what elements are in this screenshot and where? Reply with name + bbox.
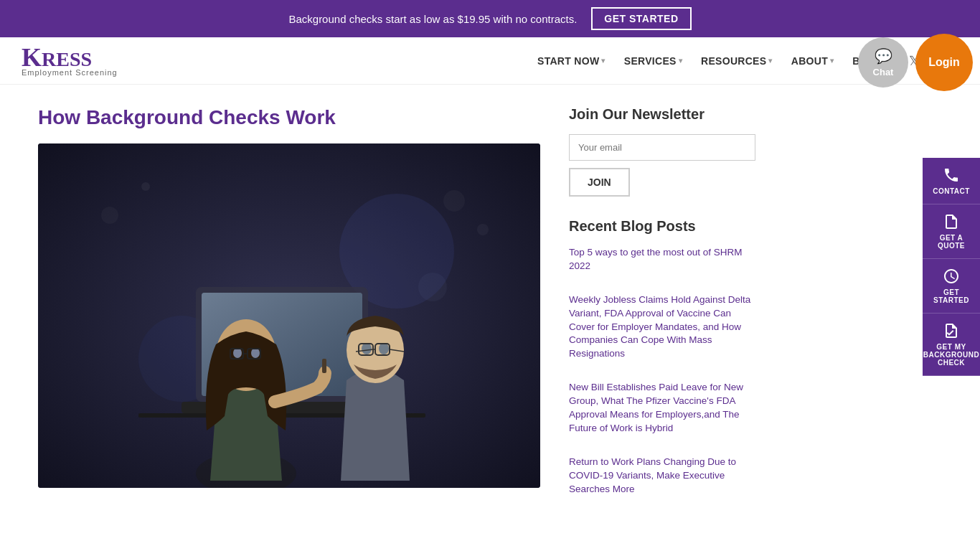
svg-point-27 [477,224,489,235]
logo-sub: Employment Screening [22,68,118,77]
blog-post-link-3[interactable]: Return to Work Plans Changing Due to COV… [569,456,755,496]
nav-item-start-now[interactable]: START NOW ▾ [530,50,613,72]
blog-posts-heading: Recent Blog Posts [569,218,755,235]
header-actions: 💬 Chat Login [858,34,973,91]
banner-text: Background checks start as low as $19.95… [288,13,577,25]
banner-cta-button[interactable]: GET STARTED [591,7,691,30]
get-background-check-sidebar-button[interactable]: GET MY BACKGROUND CHECK [923,314,980,376]
top-banner: Background checks start as low as $19.95… [0,0,980,37]
chevron-down-icon: ▾ [601,57,605,65]
get-started-sidebar-button[interactable]: GET STARTED [923,259,980,314]
article-title: How Background Checks Work [38,106,540,129]
login-button[interactable]: Login [915,34,973,91]
article-image [38,143,540,488]
contact-sidebar-button[interactable]: CONTACT [923,158,980,204]
document-check-icon [943,322,960,339]
svg-point-28 [101,207,118,224]
chevron-down-icon: ▾ [679,57,682,65]
right-sidebar: Join Our Newsletter JOIN Recent Blog Pos… [569,106,755,506]
svg-point-26 [443,190,465,212]
header: K RESS Employment Screening START NOW ▾ … [0,37,980,85]
blog-post-link-1[interactable]: Weekly Jobless Claims Hold Against Delta… [569,293,755,371]
get-a-quote-sidebar-button[interactable]: GET A QUOTE [923,204,980,259]
join-button[interactable]: JOIN [569,168,630,197]
chevron-down-icon: ▾ [768,57,772,65]
nav-item-about[interactable]: ABOUT ▾ [784,50,842,72]
svg-point-29 [141,182,150,191]
clock-icon [943,268,960,285]
newsletter-heading: Join Our Newsletter [569,106,755,123]
blog-posts-section: Recent Blog Posts Top 5 ways to get the … [569,218,755,496]
svg-point-11 [233,348,242,358]
svg-point-20 [379,343,389,354]
newsletter-section: Join Our Newsletter JOIN [569,106,755,197]
article: How Background Checks Work [38,106,540,506]
logo[interactable]: K RESS Employment Screening [22,44,118,77]
svg-point-12 [251,348,260,358]
nav-item-resources[interactable]: RESOURCES ▾ [694,50,780,72]
blog-post-link-2[interactable]: New Bill Establishes Paid Leave for New … [569,381,755,446]
chat-bubble-icon: 💬 [875,47,892,65]
article-image-svg [38,143,540,488]
svg-rect-17 [322,359,326,373]
nav-item-services[interactable]: SERVICES ▾ [617,50,689,72]
phone-icon [943,166,960,184]
sidebar-right: CONTACT GET A QUOTE GET STARTED GET MY B… [923,158,980,376]
svg-point-30 [418,273,447,301]
chat-button[interactable]: 💬 Chat [858,37,908,88]
svg-point-19 [362,343,372,354]
blog-post-link-0[interactable]: Top 5 ways to get the most out of SHRM 2… [569,246,755,283]
main-content: How Background Checks Work [24,85,956,527]
logo-k: K [22,44,42,70]
document-icon [943,213,960,230]
email-input[interactable] [569,134,755,161]
chevron-down-icon: ▾ [830,57,834,65]
